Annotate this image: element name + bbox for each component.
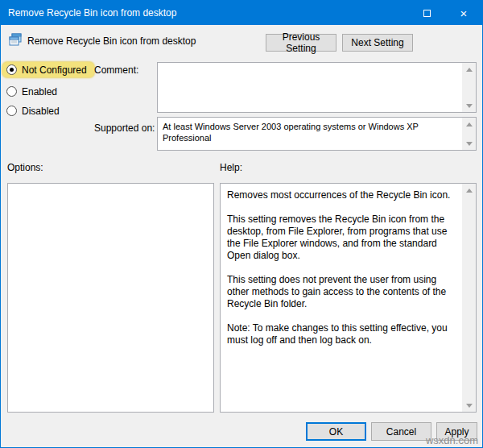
supported-on-box: At least Windows Server 2003 operating s… [157, 117, 477, 151]
maximize-icon [423, 10, 431, 17]
scroll-up-icon[interactable] [462, 184, 476, 197]
help-label: Help: [220, 162, 242, 173]
scroll-up-icon[interactable] [462, 118, 476, 131]
help-paragraph: This setting does not prevent the user f… [227, 274, 456, 310]
next-setting-button[interactable]: Next Setting [342, 34, 413, 52]
comment-input[interactable] [157, 62, 477, 113]
window-title: Remove Recycle Bin icon from desktop [1, 7, 408, 19]
supported-on-value: At least Windows Server 2003 operating s… [158, 118, 462, 147]
setting-title: Remove Recycle Bin icon from desktop [27, 35, 196, 47]
close-button[interactable]: × [445, 1, 482, 25]
help-panel: Removes most occurrences of the Recycle … [220, 183, 477, 413]
maximize-button[interactable] [408, 1, 445, 25]
radio-label: Not Configured [22, 64, 87, 76]
radio-icon[interactable] [6, 106, 17, 116]
scroll-down-icon[interactable] [462, 99, 476, 112]
help-scrollbar[interactable] [462, 184, 476, 412]
scroll-down-icon[interactable] [462, 137, 476, 150]
cancel-button[interactable]: Cancel [371, 422, 431, 441]
previous-setting-button[interactable]: Previous Setting [266, 34, 336, 52]
supported-scrollbar[interactable] [462, 118, 476, 150]
options-label: Options: [7, 162, 43, 173]
scroll-down-icon[interactable] [462, 399, 476, 412]
help-text: Removes most occurrences of the Recycle … [221, 184, 462, 364]
supported-on-label: Supported on: [94, 122, 155, 134]
help-paragraph: Note: To make changes to this setting ef… [227, 322, 456, 346]
watermark: wsxdn.com [426, 434, 478, 446]
scroll-up-icon[interactable] [462, 63, 476, 76]
radio-icon[interactable] [6, 86, 17, 97]
radio-option-not-configured[interactable]: Not Configured [2, 62, 94, 77]
comment-scrollbar[interactable] [462, 63, 476, 112]
radio-option-enabled[interactable]: Enabled [6, 84, 57, 99]
close-icon: × [460, 7, 468, 19]
radio-option-disabled[interactable]: Disabled [6, 103, 60, 118]
policy-setting-icon [9, 33, 22, 46]
policy-setting-dialog: Remove Recycle Bin icon from desktop × R… [0, 0, 483, 448]
help-paragraph: This setting removes the Recycle Bin ico… [227, 214, 456, 262]
ok-button[interactable]: OK [306, 422, 366, 441]
radio-icon[interactable] [6, 64, 17, 75]
help-paragraph: Removes most occurrences of the Recycle … [227, 189, 456, 201]
titlebar: Remove Recycle Bin icon from desktop × [1, 1, 482, 25]
options-panel [7, 183, 214, 413]
radio-label: Enabled [22, 86, 57, 97]
radio-label: Disabled [22, 106, 60, 117]
comment-label: Comment: [94, 64, 138, 76]
